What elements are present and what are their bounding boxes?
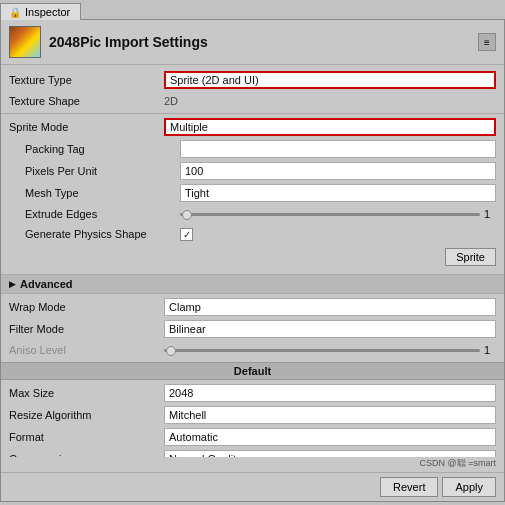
format-label: Format	[9, 431, 164, 443]
texture-shape-text: 2D	[164, 95, 178, 107]
packing-tag-value[interactable]	[180, 140, 496, 158]
compression-row: Compression	[1, 448, 504, 457]
apply-button[interactable]: Apply	[442, 477, 496, 497]
gen-physics-checkbox[interactable]: ✓	[180, 228, 193, 241]
format-value[interactable]	[164, 428, 496, 446]
header: 2048Pic Import Settings ≡	[1, 20, 504, 65]
gen-physics-label: Generate Physics Shape	[25, 228, 180, 240]
gen-physics-row: Generate Physics Shape ✓	[1, 224, 504, 244]
wrap-mode-label: Wrap Mode	[9, 301, 164, 313]
aniso-level-track	[164, 349, 480, 352]
resize-algorithm-row: Resize Algorithm	[1, 404, 504, 426]
watermark: CSDN @聪 =smart	[1, 457, 504, 472]
footer: Revert Apply	[1, 472, 504, 501]
sprite-button[interactable]: Sprite	[445, 248, 496, 266]
extrude-edges-row: Extrude Edges 1	[1, 204, 504, 224]
format-input[interactable]	[164, 428, 496, 446]
compression-value[interactable]	[164, 450, 496, 457]
lock-icon: 🔒	[9, 7, 21, 18]
header-menu-icon[interactable]: ≡	[478, 33, 496, 51]
table-header: Default	[1, 362, 504, 380]
compression-input[interactable]	[164, 450, 496, 457]
extrude-edges-label: Extrude Edges	[25, 208, 180, 220]
texture-shape-label: Texture Shape	[9, 95, 164, 107]
sprite-mode-input[interactable]	[164, 118, 496, 136]
sprite-btn-row: Sprite	[1, 244, 504, 270]
advanced-section-header[interactable]: ▶ Advanced	[1, 274, 504, 294]
extrude-edges-value[interactable]: 1	[180, 208, 496, 220]
texture-type-value[interactable]	[164, 71, 496, 89]
max-size-input[interactable]	[164, 384, 496, 402]
divider-1	[1, 113, 504, 114]
mesh-type-row: Mesh Type	[1, 182, 504, 204]
packing-tag-row: Packing Tag	[1, 138, 504, 160]
resize-algorithm-input[interactable]	[164, 406, 496, 424]
texture-type-label: Texture Type	[9, 74, 164, 86]
aniso-level-thumb	[166, 346, 176, 356]
aniso-level-value: 1	[164, 344, 496, 356]
tab-bar: 🔒 Inspector	[0, 0, 505, 19]
revert-button[interactable]: Revert	[380, 477, 438, 497]
wrap-mode-input[interactable]	[164, 298, 496, 316]
texture-type-input[interactable]	[164, 71, 496, 89]
pixels-per-unit-value[interactable]	[180, 162, 496, 180]
filter-mode-label: Filter Mode	[9, 323, 164, 335]
mesh-type-label: Mesh Type	[25, 187, 180, 199]
pixels-per-unit-input[interactable]	[180, 162, 496, 180]
extrude-edges-track[interactable]	[180, 213, 480, 216]
menu-icon: ≡	[484, 37, 490, 48]
advanced-label: Advanced	[20, 278, 73, 290]
packing-tag-label: Packing Tag	[25, 143, 180, 155]
aniso-level-row: Aniso Level 1	[1, 340, 504, 360]
pixels-per-unit-label: Pixels Per Unit	[25, 165, 180, 177]
advanced-arrow-icon: ▶	[9, 279, 16, 289]
packing-tag-input[interactable]	[180, 140, 496, 158]
aniso-level-label: Aniso Level	[9, 344, 164, 356]
wrap-mode-row: Wrap Mode	[1, 296, 504, 318]
sprite-mode-row: Sprite Mode	[1, 116, 504, 138]
aniso-level-num: 1	[484, 344, 496, 356]
extrude-edges-num: 1	[484, 208, 496, 220]
mesh-type-value[interactable]	[180, 184, 496, 202]
texture-shape-value: 2D	[164, 94, 496, 108]
max-size-value[interactable]	[164, 384, 496, 402]
pixels-per-unit-row: Pixels Per Unit	[1, 160, 504, 182]
max-size-label: Max Size	[9, 387, 164, 399]
filter-mode-input[interactable]	[164, 320, 496, 338]
max-size-row: Max Size	[1, 382, 504, 404]
main-panel: 2048Pic Import Settings ≡ Texture Type T…	[0, 19, 505, 502]
header-title: 2048Pic Import Settings	[49, 34, 208, 50]
filter-mode-value[interactable]	[164, 320, 496, 338]
extrude-edges-thumb[interactable]	[182, 210, 192, 220]
resize-algorithm-value[interactable]	[164, 406, 496, 424]
asset-icon	[9, 26, 41, 58]
sprite-mode-value[interactable]	[164, 118, 496, 136]
gen-physics-value[interactable]: ✓	[180, 228, 496, 241]
format-row: Format	[1, 426, 504, 448]
content-area: Texture Type Texture Shape 2D Sprite Mod…	[1, 65, 504, 457]
texture-type-row: Texture Type	[1, 69, 504, 91]
texture-shape-row: Texture Shape 2D	[1, 91, 504, 111]
resize-algorithm-label: Resize Algorithm	[9, 409, 164, 421]
sprite-mode-label: Sprite Mode	[9, 121, 164, 133]
mesh-type-input[interactable]	[180, 184, 496, 202]
filter-mode-row: Filter Mode	[1, 318, 504, 340]
inspector-tab-label: Inspector	[25, 6, 70, 18]
inspector-tab[interactable]: 🔒 Inspector	[0, 3, 81, 20]
wrap-mode-value[interactable]	[164, 298, 496, 316]
